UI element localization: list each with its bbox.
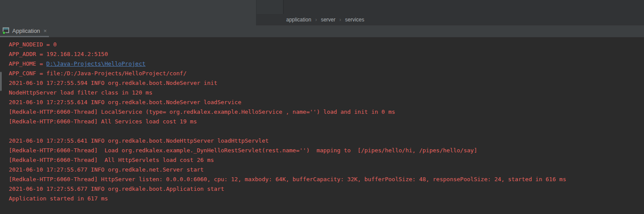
console-text: APP_HOME = [9,60,46,67]
console-output[interactable]: APP_NODEID = 0APP_ADDR = 192.168.124.2:5… [0,37,644,214]
breadcrumb-separator-icon: › [315,17,317,23]
breadcrumb-item-server[interactable]: server [321,17,335,23]
console-line: 2021-06-10 17:27:55.677 INFO org.redkale… [9,184,644,194]
console-line: 2021-06-10 17:27:55.677 INFO org.redkale… [9,165,644,175]
editor-area: application›server›services [0,0,644,25]
console-line: APP_NODEID = 0 [9,40,644,49]
console-file-link[interactable]: D:\Java-Projects\HelloProject [46,60,145,67]
console-line [9,126,644,136]
tab-close-icon[interactable]: × [44,28,47,34]
breadcrumb-item-services[interactable]: services [345,17,364,23]
console-line: [Redkale-HTTP:6060-Thread] Load org.redk… [9,146,644,155]
run-toolwindow-tab-bar: Application × [0,25,644,37]
console-line: APP_HOME = D:\Java-Projects\HelloProject [9,59,644,69]
run-console-icon [2,27,10,34]
console-line: [Redkale-HTTP:6060-Thread] All HttpServl… [9,155,644,165]
console-line: APP_CONF = file:/D:/Java-Projects/HelloP… [9,69,644,78]
console-line: Application started in 617 ms [9,194,644,203]
console-line: 2021-06-10 17:27:55.594 INFO org.redkale… [9,78,644,88]
console-line: NodeHttpServer load filter class in 120 … [9,88,644,98]
console-line: 2021-06-10 17:27:55.641 INFO org.redkale… [9,136,644,146]
console-line: APP_ADDR = 192.168.124.2:5150 [9,49,644,59]
tab-application[interactable]: Application × [0,25,50,36]
console-line: 2021-06-10 17:27:55.614 INFO org.redkale… [9,98,644,107]
editor-split-block [256,0,284,14]
breadcrumb: application›server›services [286,14,364,25]
ide-window: application›server›services Application … [0,0,644,214]
breadcrumb-separator-icon: › [339,17,341,23]
tab-application-label: Application [12,28,40,34]
console-line: [Redkale-HTTP:6060-Thread] HttpServer li… [9,175,644,184]
console-line: [Redkale-HTTP:6060-Thread] LocalService … [9,107,644,117]
editor-pane-left [0,0,256,25]
breadcrumb-item-application[interactable]: application [286,17,311,23]
console-line: [Redkale-HTTP:6060-Thread] All Services … [9,117,644,126]
left-scrollbar-thumb[interactable] [0,72,2,91]
